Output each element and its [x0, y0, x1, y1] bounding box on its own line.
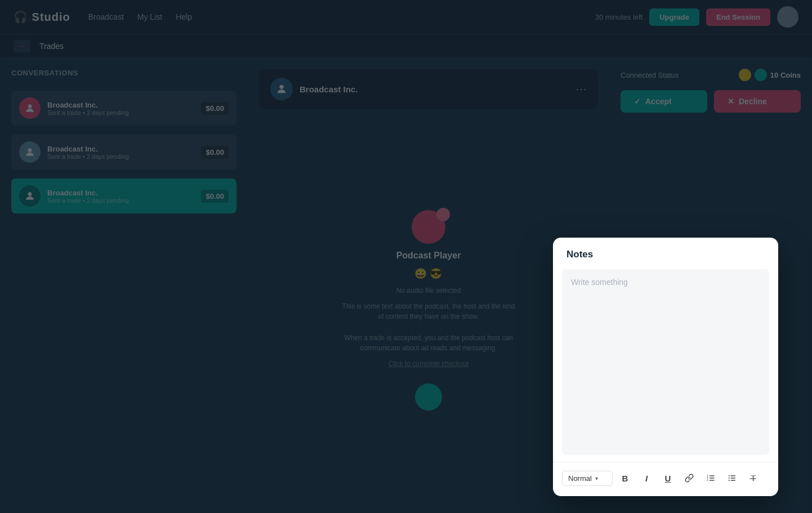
player-description2: When a trade is accepted, you and the po… — [338, 333, 519, 353]
ordered-list-button[interactable]: 1. 2. 3. — [702, 469, 720, 487]
nav-link-mylist[interactable]: My List — [137, 12, 162, 21]
notes-header: Notes — [553, 238, 778, 269]
sidebar-section-title: Conversations — [11, 69, 237, 77]
sidebar-item-info: Broadcast Inc. Sent a trade • 2 days pen… — [47, 189, 194, 204]
center-top-avatar — [270, 78, 293, 100]
accept-icon: ✓ — [634, 97, 641, 106]
notes-modal: Notes Write something Normal ▾ B I U 1. … — [553, 238, 778, 496]
unordered-list-button[interactable] — [723, 469, 741, 487]
clear-format-button[interactable]: T̶ — [744, 469, 762, 487]
format-label: Normal — [568, 474, 592, 483]
center-player-area: Podcast Player 😀 😎 No audio file selecte… — [259, 118, 598, 502]
nav-link-broadcast[interactable]: Broadcast — [88, 12, 124, 21]
navbar: 🎧 Studio Broadcast My List Help 30 minut… — [0, 0, 812, 34]
end-session-button[interactable]: End Session — [706, 8, 770, 26]
sidebar-item-price: $0.00 — [201, 146, 229, 159]
coin-green-icon — [755, 69, 767, 81]
sidebar-item-sub: Sent a trade • 2 days pending — [47, 109, 194, 116]
time-remaining: 30 minutes left — [595, 13, 643, 21]
app-logo: 🎧 Studio — [14, 10, 70, 24]
player-bottom-avatar — [415, 383, 442, 411]
decline-label: Decline — [739, 97, 767, 106]
nav-links: Broadcast My List Help — [88, 12, 192, 21]
sidebar-item-sub: Sent a trade • 2 days pending — [47, 153, 194, 160]
svg-point-3 — [279, 85, 283, 89]
notes-placeholder: Write something — [571, 278, 628, 287]
sidebar-item-active[interactable]: Broadcast Inc. Sent a trade • 2 days pen… — [11, 179, 237, 213]
notes-textarea-area[interactable]: Write something — [562, 269, 769, 455]
sidebar-item-info: Broadcast Inc. Sent a trade • 2 days pen… — [47, 145, 194, 160]
sidebar-item[interactable]: Broadcast Inc. Sent a trade • 2 days pen… — [11, 135, 237, 169]
link-button[interactable] — [680, 469, 698, 487]
svg-point-1 — [28, 148, 32, 152]
decline-icon: ✕ — [728, 97, 734, 106]
right-status-title: Connected Status — [621, 71, 679, 79]
player-sub: No audio file selected — [396, 287, 461, 295]
right-top: Connected Status 10 Coins — [621, 69, 801, 81]
coin-label: 10 Coins — [770, 71, 801, 79]
sidebar-item[interactable]: Broadcast Inc. Sent a trade • 2 days pen… — [11, 91, 237, 126]
coin-yellow-icon — [739, 69, 751, 81]
bold-button[interactable]: B — [616, 469, 634, 487]
accept-label: Accept — [645, 97, 672, 106]
right-coins: 10 Coins — [739, 69, 801, 81]
svg-text:3.: 3. — [707, 479, 708, 481]
accept-button[interactable]: ✓ Accept — [621, 90, 707, 113]
avatar — [19, 185, 41, 207]
subheader-title: Trades — [39, 42, 64, 51]
right-buttons: ✓ Accept ✕ Decline — [621, 90, 801, 113]
svg-point-13 — [729, 475, 730, 476]
underline-button[interactable]: U — [659, 469, 677, 487]
avatar — [19, 141, 41, 163]
player-title: Podcast Player — [396, 251, 461, 261]
player-icon — [412, 210, 445, 244]
chevron-down-icon: ▾ — [595, 475, 598, 481]
center-top-bar: Broadcast Inc. ⋯ — [259, 69, 598, 109]
subheader: ← Trades — [0, 34, 812, 57]
player-description: This is some text about the podcast, the… — [338, 301, 519, 322]
sidebar-item-name: Broadcast Inc. — [47, 145, 194, 153]
notes-toolbar: Normal ▾ B I U 1. 2. 3. — [553, 462, 778, 496]
back-button[interactable]: ← — [14, 40, 30, 52]
player-checkout-link[interactable]: Click to complete checkout — [389, 360, 469, 368]
format-select[interactable]: Normal ▾ — [562, 471, 613, 486]
svg-point-14 — [729, 478, 730, 479]
sidebar-item-info: Broadcast Inc. Sent a trade • 2 days pen… — [47, 101, 194, 116]
svg-point-2 — [28, 192, 32, 196]
sidebar-item-price: $0.00 — [201, 102, 229, 115]
navbar-right: 30 minutes left Upgrade End Session — [595, 6, 798, 28]
player-emoji-row: 😀 😎 — [414, 267, 442, 280]
sidebar-item-price: $0.00 — [201, 190, 229, 203]
italic-button[interactable]: I — [637, 469, 655, 487]
upgrade-button[interactable]: Upgrade — [649, 8, 699, 26]
center-top-name: Broadcast Inc. — [300, 84, 569, 94]
svg-point-15 — [729, 480, 730, 481]
svg-point-0 — [28, 104, 32, 108]
nav-link-help[interactable]: Help — [176, 12, 192, 21]
notes-title: Notes — [566, 249, 593, 260]
sidebar-item-name: Broadcast Inc. — [47, 101, 194, 109]
user-avatar[interactable] — [777, 6, 798, 28]
sidebar-item-sub: Sent a trade • 2 days pending — [47, 197, 194, 204]
avatar — [19, 97, 41, 119]
center-menu-icon[interactable]: ⋯ — [575, 82, 587, 96]
sidebar-item-name: Broadcast Inc. — [47, 189, 194, 197]
decline-button[interactable]: ✕ Decline — [714, 90, 801, 113]
sidebar: Conversations Broadcast Inc. Sent a trad… — [0, 57, 248, 513]
